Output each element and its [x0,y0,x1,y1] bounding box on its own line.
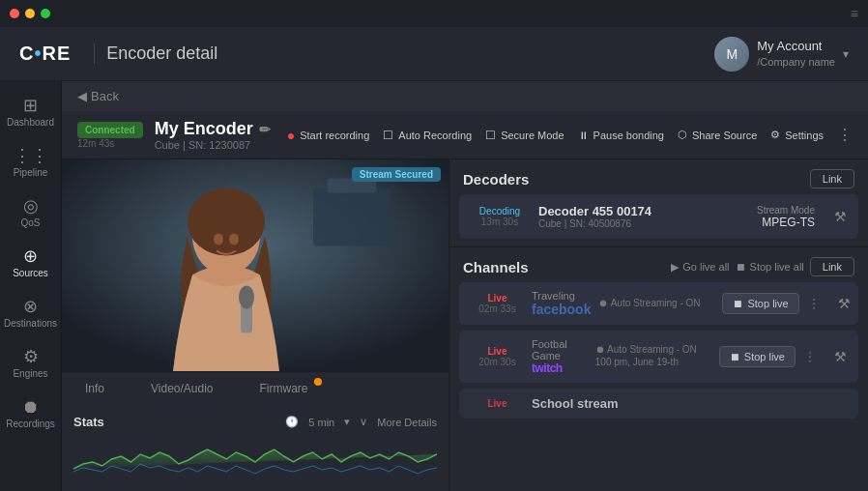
channel-info-2: ⏺ Auto Streaming - ON 100 pm, June 19-th [595,344,711,369]
tab-info[interactable]: Info [62,372,128,407]
sidebar-label-engines: Engines [13,368,47,379]
auto-recording-button[interactable]: ☐ Auto Recording [383,129,472,142]
svg-point-4 [188,188,265,256]
account-chevron[interactable]: ▾ [843,47,849,61]
settings-button[interactable]: ⚙ Settings [770,129,824,141]
sidebar-label-recordings: Recordings [6,419,55,429]
start-recording-button[interactable]: ● Start recording [287,128,370,143]
back-arrow: ◀ [77,89,87,103]
decoder-status-time: 13m 30s [471,217,529,227]
channels-header: Channels ▶ Go live all ⏹ Stop live all [449,247,868,282]
channel-name-block-1: Traveling facebook [532,290,591,317]
stats-title: Stats [73,415,104,429]
stats-controls: 🕐 5 min ▾ ∨ More Details [285,416,437,428]
logo-text: C•RE [19,43,71,65]
recordings-icon: ⏺ [22,398,40,416]
secure-mode-button[interactable]: ☐ Secure Mode [485,129,564,142]
edit-icon[interactable]: ✏ [259,122,271,137]
window-controls [10,9,50,18]
encoder-body: Stream Secured Info Video/Audio Firmware [62,159,868,491]
pipeline-icon: ⋮⋮ [14,147,48,164]
decoder-name: Decoder 455 00174 [538,204,651,218]
channel-tools-1[interactable]: ⚒ [838,296,851,311]
encoder-header: Connected 12m 43s My Encoder ✏ Cube | SN… [62,111,868,159]
sidebar-item-qos[interactable]: ◎ QoS [2,189,60,236]
decoder-tools-icon[interactable]: ⚒ [834,209,847,224]
maximize-dot[interactable] [41,9,50,18]
decoder-info: Decoder 455 00174 Cube | SN: 40500876 [538,204,651,229]
stats-interval: 5 min [308,417,334,428]
destinations-icon: ⊗ [23,298,38,315]
encoder-toolbar: ● Start recording ☐ Auto Recording ☐ Sec… [287,126,853,144]
channel-live-1: Live [471,293,524,303]
sidebar-item-pipeline[interactable]: ⋮⋮ Pipeline [2,139,60,186]
decoders-link-button[interactable]: Link [810,169,854,188]
channel-status-3: Live [471,398,524,409]
checkbox-icon: ☐ [383,129,393,142]
sidebar-item-engines[interactable]: ⚙ Engines [2,340,60,387]
go-live-all-button[interactable]: ▶ Go live all [671,261,729,274]
menu-icon[interactable]: ≡ [851,6,858,21]
sidebar-item-sources[interactable]: ⊕ Sources [2,240,60,286]
channel-platform-1: Traveling [532,290,591,302]
main-layout: ⊞ Dashboard ⋮⋮ Pipeline ◎ QoS ⊕ Sources … [0,81,868,491]
stop-live-icon: ⏹ [736,261,746,273]
title-bar: ≡ [0,0,868,27]
avatar: M [714,37,749,72]
stop-live-button-2[interactable]: ⏹ Stop live [719,346,796,367]
encoder-subtitle: Cube | SN: 1230087 [155,139,271,151]
svg-rect-1 [313,188,391,246]
back-button[interactable]: ◀ Back [77,89,119,103]
interval-chevron[interactable]: ▾ [344,416,350,428]
channels-actions: ▶ Go live all ⏹ Stop live all Link [671,257,854,276]
twitch-logo: twitch [532,361,588,375]
status-time: 12m 43s [77,138,143,149]
record-dot-icon: ● [287,128,295,143]
svg-point-8 [229,234,239,246]
channel-tools-2[interactable]: ⚒ [834,349,847,364]
pause-bonding-button[interactable]: ⏸ Pause bonding [578,130,664,141]
share-icon: ⬡ [678,129,687,141]
company-name: /Company name [757,55,835,69]
channel-card-school: Live School stream [459,389,858,419]
sidebar-item-dashboard[interactable]: ⊞ Dashboard [2,89,60,135]
encoder-status-block: Connected 12m 43s [77,122,143,149]
share-source-button[interactable]: ⬡ Share Source [678,129,757,141]
decoder-mode-block: Stream Mode MPEG-TS [757,205,815,229]
channel-name-block-3: School stream [532,396,847,411]
tab-firmware[interactable]: Firmware [237,372,332,407]
tab-video-audio[interactable]: Video/Audio [128,372,237,407]
firmware-badge [314,378,322,386]
sidebar-label-qos: QoS [20,217,40,228]
video-preview [62,159,448,371]
sidebar-item-destinations[interactable]: ⊗ Destinations [2,290,60,336]
channel-live-3: Live [471,398,524,409]
header-right: M My Account /Company name ▾ [714,37,849,72]
stop-live-button-1[interactable]: ⏹ Stop live [722,293,798,314]
channel-name-block-2: Footbal Game twitch [532,338,588,375]
video-container: Stream Secured [62,159,448,371]
settings-gear-icon: ⚙ [770,129,780,141]
clock-icon: 🕐 [285,416,299,428]
app-header: C•RE Encoder detail M My Account /Compan… [0,27,868,81]
channel-more-2[interactable]: ⋮ [803,349,817,364]
channel-platform-2: Footbal Game [532,338,588,361]
channel-time-1: 02m 33s [471,303,524,314]
sidebar-item-recordings[interactable]: ⏺ Recordings [2,390,60,437]
channel-auto-streaming-1: ⏺ Auto Streaming - ON [598,298,714,308]
channel-more-1[interactable]: ⋮ [807,296,821,311]
close-dot[interactable] [10,9,19,18]
minimize-dot[interactable] [25,9,35,18]
facebook-logo: facebook [532,302,591,317]
engines-icon: ⚙ [23,348,39,365]
content-area: ◀ Back Connected 12m 43s My Encoder ✏ Cu… [62,81,868,491]
more-details-label[interactable]: More Details [377,417,437,428]
channels-link-button[interactable]: Link [810,257,854,276]
sidebar-label-sources: Sources [13,268,48,278]
more-details-chevron: ∨ [360,416,367,428]
stop-live-all-button[interactable]: ⏹ Stop live all [736,261,804,273]
more-options-button[interactable]: ⋮ [837,126,853,144]
stop-icon-2: ⏹ [730,351,740,362]
decoder-mode-value: MPEG-TS [757,216,815,229]
channel-auto-streaming-2: ⏺ Auto Streaming - ON [595,344,711,355]
